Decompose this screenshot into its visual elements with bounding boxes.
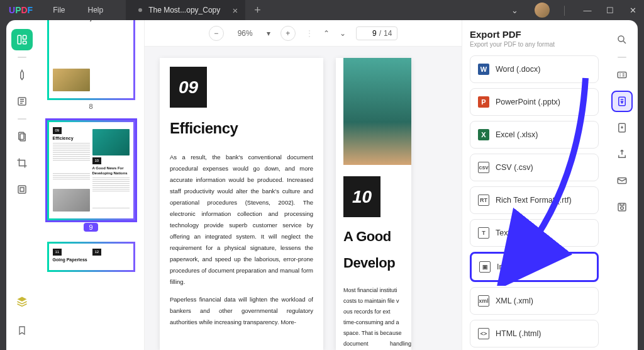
thumb-title: Efficiency — [53, 135, 90, 142]
document-tab[interactable]: The Most...opy_Copy × — [126, 0, 245, 20]
section-title: Efficiency — [170, 114, 313, 143]
minimize-button[interactable]: — — [576, 0, 599, 20]
thumbnail-page-10[interactable]: 11Going Paperless 12 — [43, 242, 139, 271]
save-button[interactable] — [611, 196, 633, 218]
powerpoint-icon: P — [478, 96, 489, 108]
menu-help[interactable]: Help — [77, 6, 115, 14]
export-label: Text (.txt) — [496, 229, 528, 237]
export-csv[interactable]: csvCSV (.csv) — [470, 154, 599, 181]
zoom-in-button[interactable]: + — [280, 26, 296, 41]
export-rtf[interactable]: RTRich Text Format (.rtf) — [470, 186, 599, 214]
separator — [18, 57, 26, 58]
tab-unsaved-dot — [138, 8, 142, 12]
document-viewport[interactable]: 09 Efficiency As a result, the bank's co… — [145, 47, 462, 350]
app-body: 08 Enhanced Security 8 09 Efficiency — [6, 20, 638, 350]
export-label: XML (.xml) — [496, 296, 533, 305]
highlight-tool[interactable] — [11, 64, 33, 86]
zoom-out-button[interactable]: − — [209, 26, 224, 41]
export-xml[interactable]: xmlXML (.xml) — [470, 287, 599, 315]
watermark-tool[interactable] — [11, 179, 33, 200]
close-window-button[interactable]: ✕ — [621, 0, 644, 20]
right-toolbar — [606, 20, 638, 350]
convert-button[interactable] — [611, 117, 633, 138]
export-label: HTML (.html) — [496, 329, 541, 338]
thumb-title: Going Paperless — [53, 257, 90, 263]
tab-title: The Most...opy_Copy — [148, 6, 220, 14]
export-label: Excel (.xlsx) — [496, 130, 538, 139]
email-button[interactable] — [611, 170, 633, 191]
maximize-button[interactable]: ☐ — [599, 0, 621, 20]
export-label: Word (.docx) — [496, 65, 540, 74]
export-label: PowerPoint (.pptx) — [496, 98, 560, 106]
scroll-down-button[interactable]: ⌄ — [340, 29, 346, 38]
avatar[interactable] — [531, 0, 553, 20]
zoom-dropdown[interactable]: ▾ — [267, 29, 270, 38]
close-icon[interactable]: × — [232, 5, 238, 16]
export-subtitle: Export your PDF to any format — [470, 41, 599, 48]
doc-page-left: 09 Efficiency As a result, the bank's co… — [160, 58, 323, 350]
share-button[interactable] — [611, 144, 633, 165]
export-excel[interactable]: XExcel (.xlsx) — [470, 121, 599, 149]
ocr-button[interactable] — [611, 64, 633, 86]
new-tab-button[interactable]: + — [245, 4, 270, 17]
export-title: Export PDF — [470, 29, 599, 40]
body-text: Paperless financial data will lighten th… — [170, 294, 313, 328]
svg-point-14 — [621, 206, 624, 210]
text-icon: T — [478, 227, 489, 239]
thumb-title: Enhanced Security — [53, 20, 130, 22]
export-html[interactable]: <>HTML (.html) — [470, 320, 599, 347]
export-text[interactable]: TText (.txt) — [470, 219, 599, 247]
thumbnails-tool[interactable] — [11, 29, 33, 50]
layers-icon[interactable] — [11, 291, 33, 312]
thumb-title: A Good News For Developing Nations — [92, 166, 130, 176]
page-tool[interactable] — [11, 126, 33, 147]
page-input[interactable] — [362, 29, 377, 38]
export-panel: Export PDF Export your PDF to any format… — [462, 20, 606, 350]
doc-toolbar: − 96% ▾ + ⋮ ⌃ ⌄ / 14 — [145, 20, 462, 47]
separator — [18, 118, 26, 120]
svg-rect-2 — [23, 41, 26, 44]
bookmark-icon[interactable] — [11, 320, 33, 341]
menu-file[interactable]: File — [42, 6, 76, 14]
crop-tool[interactable] — [11, 152, 33, 174]
word-icon: W — [478, 64, 489, 75]
page-total: 14 — [384, 29, 392, 38]
page-indicator: / 14 — [356, 26, 398, 40]
thumbnail-page-8[interactable]: 08 Enhanced Security 8 — [43, 20, 139, 116]
chevron-down-icon[interactable]: ⌄ — [503, 0, 526, 20]
zoom-level: 96% — [234, 29, 257, 38]
titlebar: UPDF File Help The Most...opy_Copy × + ⌄… — [0, 0, 644, 20]
export-powerpoint[interactable]: PPowerPoint (.pptx) — [470, 88, 599, 116]
export-word[interactable]: WWord (.docx) — [470, 55, 599, 83]
svg-rect-6 — [18, 186, 26, 193]
thumb-page-number: 9 — [84, 223, 97, 232]
export-label: CSV (.csv) — [496, 163, 533, 172]
excel-icon: X — [478, 129, 489, 140]
rtf-icon: RT — [478, 195, 489, 206]
svg-rect-7 — [20, 188, 24, 191]
section-number: 09 — [170, 67, 207, 108]
thumb-num: 11 — [53, 249, 62, 255]
scroll-up-button[interactable]: ⌃ — [323, 29, 330, 38]
thumbnail-panel: 08 Enhanced Security 8 09 Efficiency — [38, 20, 145, 350]
doc-page-right: 10 A GoodDevelop Most financial institut… — [336, 58, 411, 350]
xml-icon: xml — [478, 295, 489, 307]
section-number: 10 — [343, 176, 380, 217]
separator — [618, 57, 626, 58]
app-logo: UPDF — [0, 5, 42, 15]
page-sep: / — [379, 29, 381, 38]
thumb-page-number: 8 — [89, 103, 92, 110]
doc-image — [343, 58, 411, 165]
separator: ⋮ — [306, 29, 313, 38]
html-icon: <> — [478, 328, 489, 339]
thumbnail-page-9[interactable]: 09 Efficiency 10 A Good News For Develop… — [43, 120, 139, 238]
export-label: Image — [497, 262, 519, 271]
export-button[interactable] — [611, 91, 633, 112]
ocr-tool[interactable] — [11, 91, 33, 112]
export-image[interactable]: ▣Image — [470, 252, 599, 282]
main-area: − 96% ▾ + ⋮ ⌃ ⌄ / 14 09 Efficiency As a … — [145, 20, 462, 350]
body-text: Most financial instituticosts to maintai… — [343, 285, 411, 350]
thumb-num: 12 — [92, 249, 102, 255]
search-button[interactable] — [611, 29, 633, 50]
export-label: Rich Text Format (.rtf) — [496, 196, 572, 205]
